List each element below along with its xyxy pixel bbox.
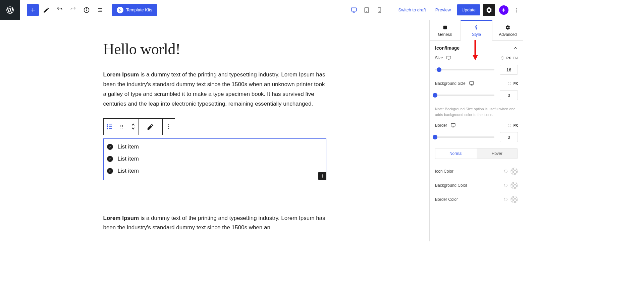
control-bg-size: Background Size PX [430, 81, 523, 106]
size-slider[interactable] [435, 69, 494, 70]
switch-to-draft-button[interactable]: Switch to draft [395, 5, 429, 15]
svg-point-17 [516, 11, 517, 12]
reset-button[interactable] [504, 169, 508, 173]
svg-point-14 [379, 11, 380, 12]
border-slider[interactable] [435, 136, 494, 138]
unit-em[interactable]: EM [513, 56, 518, 60]
list-item[interactable]: List item [105, 141, 326, 153]
svg-rect-39 [447, 56, 451, 59]
icon-list-block[interactable]: List item List item List item [103, 138, 326, 180]
block-toolbar [103, 118, 175, 135]
control-border: Border PX [430, 123, 523, 148]
control-label: Border [435, 123, 447, 128]
state-tabs: Normal Hover [435, 148, 518, 159]
reset-button[interactable] [507, 123, 512, 127]
state-tab-normal[interactable]: Normal [435, 149, 477, 159]
unit-px[interactable]: PX [514, 82, 518, 85]
svg-point-30 [168, 124, 169, 125]
border-input[interactable] [500, 132, 518, 142]
drag-handle-button[interactable] [116, 119, 128, 135]
panel-icon-image-header[interactable]: Icon/Image [430, 41, 523, 55]
list-item[interactable]: List item [105, 153, 326, 165]
desktop-icon[interactable] [450, 123, 456, 128]
outline-button[interactable] [94, 4, 106, 16]
unit-px[interactable]: PX [514, 124, 518, 127]
list-item-text: List item [118, 168, 139, 174]
control-label: Background Size [435, 81, 466, 86]
preview-button[interactable]: Preview [432, 5, 454, 15]
svg-rect-42 [470, 82, 474, 84]
redo-button[interactable] [67, 4, 79, 16]
editor-canvas[interactable]: Hello world! Lorem Ipsum is a dummy text… [0, 20, 429, 241]
unit-px[interactable]: PX [506, 56, 511, 60]
bg-size-note: Note: Background Size option is useful w… [430, 106, 523, 123]
paragraph-block-2[interactable]: Lorem Ipsum is a dummy text of the print… [103, 214, 326, 233]
bg-size-input[interactable] [500, 90, 518, 100]
tab-advanced[interactable]: Advanced [492, 20, 523, 41]
control-label: Size [435, 56, 443, 60]
update-button[interactable]: Update [457, 4, 480, 15]
list-item[interactable]: List item [105, 165, 326, 177]
desktop-icon[interactable] [446, 55, 451, 61]
edit-mode-button[interactable] [40, 4, 52, 16]
svg-point-4 [86, 8, 87, 9]
topbar-left-tools: Template Kits [27, 4, 157, 16]
reset-button[interactable] [500, 56, 504, 60]
reset-button[interactable] [504, 183, 508, 187]
wp-logo[interactable] [0, 0, 20, 20]
icon-color-swatch[interactable] [511, 168, 518, 175]
svg-point-12 [367, 11, 367, 12]
slider-thumb[interactable] [433, 93, 437, 98]
arrow-right-circle-icon [107, 156, 113, 162]
state-tab-hover[interactable]: Hover [477, 149, 518, 159]
reset-button[interactable] [504, 197, 508, 201]
slider-thumb[interactable] [437, 67, 441, 72]
panel-title-text: Icon/Image [435, 45, 460, 51]
block-type-button[interactable] [104, 119, 116, 135]
info-button[interactable] [80, 4, 93, 16]
paragraph-block-1[interactable]: Lorem Ipsum is a dummy text of the print… [103, 70, 326, 109]
svg-point-20 [107, 128, 108, 129]
wordpress-icon [6, 6, 14, 14]
svg-point-31 [168, 126, 169, 127]
tablet-device-button[interactable] [361, 5, 372, 15]
more-options-button[interactable] [513, 4, 521, 16]
add-block-button[interactable] [27, 4, 39, 16]
svg-point-18 [107, 124, 108, 125]
svg-rect-45 [451, 124, 455, 126]
bg-size-slider[interactable] [435, 95, 494, 96]
mobile-device-button[interactable] [374, 5, 385, 15]
add-list-item-button[interactable] [318, 172, 326, 180]
svg-rect-35 [443, 26, 447, 30]
copy-style-button[interactable] [139, 119, 162, 135]
svg-point-27 [122, 126, 123, 127]
border-color-swatch[interactable] [511, 196, 518, 203]
settings-button[interactable] [483, 4, 495, 16]
tab-style[interactable]: Style [461, 20, 492, 41]
arrow-right-circle-icon [107, 144, 113, 150]
size-input[interactable] [500, 65, 518, 75]
undo-button[interactable] [54, 4, 66, 16]
slider-thumb[interactable] [433, 135, 437, 139]
move-up-down-button[interactable] [128, 119, 139, 135]
spectra-icon [117, 7, 123, 13]
svg-point-32 [168, 128, 169, 129]
desktop-device-button[interactable] [348, 5, 359, 15]
svg-point-28 [120, 128, 121, 128]
editor-topbar: Template Kits Switch to draft Preview Up… [0, 0, 523, 20]
desktop-icon[interactable] [469, 81, 474, 86]
post-title[interactable]: Hello world! [103, 40, 326, 58]
template-kits-button[interactable]: Template Kits [112, 4, 157, 16]
spectra-settings-button[interactable] [499, 5, 508, 15]
block-more-button[interactable] [163, 119, 175, 135]
tab-general[interactable]: General [430, 20, 461, 41]
color-label: Background Color [435, 183, 467, 188]
chevron-up-icon [513, 46, 518, 50]
template-kits-label: Template Kits [126, 7, 152, 12]
svg-point-36 [476, 28, 477, 30]
bg-color-swatch[interactable] [511, 182, 518, 189]
tab-label: Style [472, 32, 481, 37]
reset-button[interactable] [507, 81, 512, 85]
svg-point-25 [122, 125, 123, 126]
paragraph-bold: Lorem Ipsum [103, 215, 139, 221]
